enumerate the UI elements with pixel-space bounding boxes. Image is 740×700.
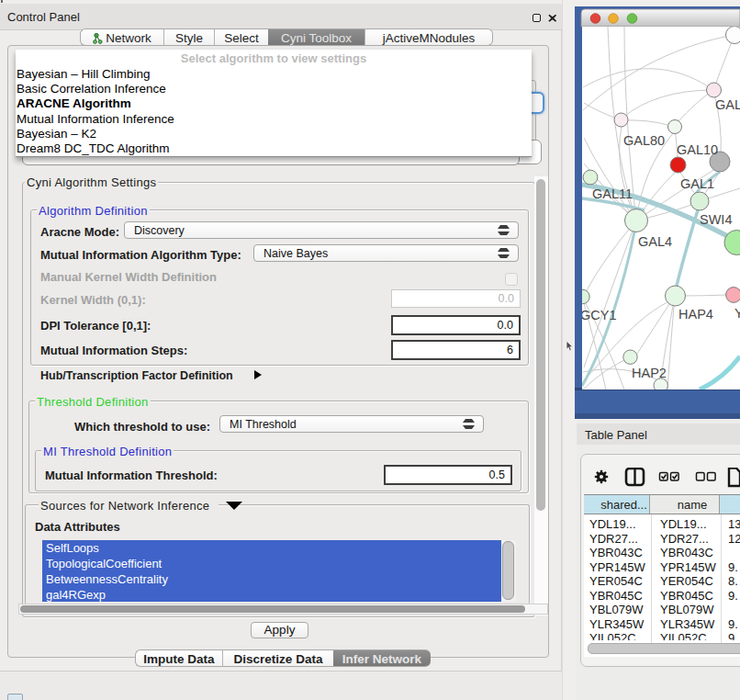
svg-text:GAL4: GAL4	[638, 234, 672, 249]
svg-text:Y: Y	[734, 306, 740, 321]
svg-text:GAL10: GAL10	[677, 142, 718, 157]
svg-text:GAL1: GAL1	[680, 176, 714, 191]
svg-text:HAP2: HAP2	[632, 366, 667, 380]
svg-text:GAL80: GAL80	[623, 133, 665, 148]
svg-text:HAP4: HAP4	[678, 307, 713, 322]
svg-text:GAL11: GAL11	[592, 186, 633, 201]
svg-text:GCY1: GCY1	[580, 308, 617, 322]
svg-text:SWI4: SWI4	[700, 212, 732, 227]
svg-text:GAL7: GAL7	[715, 97, 740, 112]
